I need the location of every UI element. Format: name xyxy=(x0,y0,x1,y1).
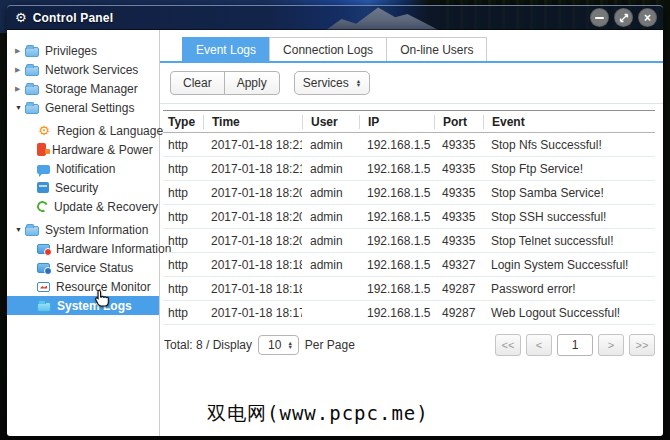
chat-bubble-icon xyxy=(37,165,50,174)
per-page-select[interactable]: 10 ▲▼ xyxy=(258,335,299,355)
log-row[interactable]: http2017-01-18 18:21:10admin192.168.1.54… xyxy=(163,133,655,157)
tab-bar: Event Logs Connection Logs On-line Users xyxy=(160,37,663,63)
sidebar-item-resource-monitor[interactable]: Resource Monitor xyxy=(7,277,159,296)
first-page-button[interactable]: << xyxy=(495,334,521,356)
log-cell: 49335 xyxy=(434,162,483,176)
control-panel-window: ⚙ Control Panel × ▶ Privileges ▶ Network… xyxy=(7,5,663,436)
log-cell: http xyxy=(163,282,203,296)
minimize-button[interactable] xyxy=(590,8,609,27)
log-row[interactable]: http2017-01-18 18:20:54admin192.168.1.54… xyxy=(163,181,655,205)
close-icon: × xyxy=(644,12,651,24)
maximize-button[interactable] xyxy=(614,8,633,27)
log-cell: 49335 xyxy=(434,186,483,200)
close-button[interactable]: × xyxy=(638,8,657,27)
log-cell: 49335 xyxy=(434,138,483,152)
chevron-right-icon[interactable]: ▶ xyxy=(15,47,25,55)
sidebar-item-label: Notification xyxy=(56,162,115,176)
sidebar-item-service-status[interactable]: Service Status xyxy=(7,258,159,277)
monitor-info-icon xyxy=(37,244,50,254)
column-header: IP xyxy=(359,115,434,129)
log-cell: http xyxy=(163,162,203,176)
log-cell: 49287 xyxy=(434,306,483,320)
watermark-text: 双电网(www.pcpc.me) xyxy=(207,401,429,427)
log-cell: 49327 xyxy=(434,258,483,272)
chevron-right-icon[interactable]: ▶ xyxy=(15,85,25,93)
chevron-down-icon[interactable]: ▼ xyxy=(15,226,25,233)
stepper-icon: ▲▼ xyxy=(287,341,292,350)
log-row[interactable]: http2017-01-18 18:18:44admin192.168.1.54… xyxy=(163,253,655,277)
log-row[interactable]: http2017-01-18 18:20:43admin192.168.1.54… xyxy=(163,205,655,229)
tab-event-logs[interactable]: Event Logs xyxy=(182,37,270,61)
last-page-button[interactable]: >> xyxy=(629,334,655,356)
window-titlebar: ⚙ Control Panel × xyxy=(7,5,663,30)
sidebar-item-system-logs[interactable]: System Logs xyxy=(7,296,159,315)
log-cell: 192.168.1.5 xyxy=(359,186,434,200)
log-cell: http xyxy=(163,210,203,224)
log-cell: 49335 xyxy=(434,210,483,224)
log-cell: 2017-01-18 18:20:42 xyxy=(203,234,302,248)
sidebar-item-update-recovery[interactable]: Update & Recovery xyxy=(7,197,159,216)
sidebar-item-region-language[interactable]: ⚙ Region & Language xyxy=(7,121,159,140)
log-cell: 49335 xyxy=(434,234,483,248)
log-table: TypeTimeUserIPPortEvent http2017-01-18 1… xyxy=(163,110,655,325)
sidebar-item-network-services[interactable]: ▶ Network Services xyxy=(7,60,159,79)
sidebar-item-storage-manager[interactable]: ▶ Storage Manager xyxy=(7,79,159,98)
resize-icon xyxy=(619,13,629,23)
log-cell: http xyxy=(163,186,203,200)
total-label: Total: 8 / Display xyxy=(164,338,252,352)
tab-online-users[interactable]: On-line Users xyxy=(386,37,487,61)
gear-icon: ⚙ xyxy=(15,11,27,24)
window-title: Control Panel xyxy=(33,11,114,25)
folder-icon xyxy=(25,85,39,95)
sidebar-item-privileges[interactable]: ▶ Privileges xyxy=(7,41,159,60)
chevron-right-icon[interactable]: ▶ xyxy=(15,66,25,74)
sidebar-item-general-settings[interactable]: ▼ General Settings xyxy=(7,98,159,117)
page-number-input[interactable] xyxy=(557,334,593,356)
log-cell: http xyxy=(163,138,203,152)
log-cell: Stop Ftp Service! xyxy=(483,162,655,176)
gear-icon: ⚙ xyxy=(37,124,51,137)
monitor-user-icon xyxy=(37,263,50,273)
toolbar: Clear Apply Services ▲▼ xyxy=(160,63,663,104)
log-row[interactable]: http2017-01-18 18:18:25192.168.1.549287P… xyxy=(163,277,655,301)
log-cell: 49287 xyxy=(434,282,483,296)
sidebar-item-label: System Information xyxy=(45,223,148,237)
tab-connection-logs[interactable]: Connection Logs xyxy=(269,37,387,61)
clear-button[interactable]: Clear xyxy=(170,71,225,95)
log-cell: Stop SSH successful! xyxy=(483,210,655,224)
sidebar-item-label: Update & Recovery xyxy=(54,200,158,214)
log-cell: admin xyxy=(302,234,359,248)
sidebar-item-hardware-information[interactable]: Hardware Information xyxy=(7,239,159,258)
folder-icon xyxy=(25,226,39,236)
sidebar-item-label: Network Services xyxy=(45,63,138,77)
per-page-value: 10 xyxy=(268,338,281,352)
sidebar-item-label: Privileges xyxy=(45,44,97,58)
log-row[interactable]: http2017-01-18 18:20:42admin192.168.1.54… xyxy=(163,229,655,253)
column-header: Event xyxy=(483,115,655,129)
logs-folder-icon xyxy=(37,302,51,312)
sidebar-item-label: Region & Language xyxy=(57,124,163,138)
log-cell: 2017-01-18 18:17:45 xyxy=(203,306,302,320)
sidebar-item-label: System Logs xyxy=(57,299,132,313)
apply-button[interactable]: Apply xyxy=(224,71,280,95)
sidebar-tree: ▶ Privileges ▶ Network Services ▶ Storag… xyxy=(7,30,160,436)
log-cell: Stop Samba Service! xyxy=(483,186,655,200)
log-cell: 192.168.1.5 xyxy=(359,258,434,272)
table-footer: Total: 8 / Display 10 ▲▼ Per Page << < >… xyxy=(160,325,663,356)
services-select[interactable]: Services ▲▼ xyxy=(294,71,370,95)
sidebar-item-security[interactable]: Security xyxy=(7,178,159,197)
next-page-button[interactable]: > xyxy=(598,334,624,356)
log-cell: admin xyxy=(302,258,359,272)
log-row[interactable]: http2017-01-18 18:17:45192.168.1.549287W… xyxy=(163,301,655,325)
sidebar-item-system-information[interactable]: ▼ System Information xyxy=(7,220,159,239)
main-panel: Event Logs Connection Logs On-line Users… xyxy=(160,30,663,436)
chevron-down-icon[interactable]: ▼ xyxy=(15,104,25,111)
sidebar-item-hardware-power[interactable]: Hardware & Power xyxy=(7,140,159,159)
log-row[interactable]: http2017-01-18 18:21:04admin192.168.1.54… xyxy=(163,157,655,181)
column-header: Type xyxy=(163,115,203,129)
folder-icon xyxy=(25,66,39,76)
sidebar-item-notification[interactable]: Notification xyxy=(7,159,159,178)
log-cell: admin xyxy=(302,186,359,200)
column-header: User xyxy=(302,115,359,129)
prev-page-button[interactable]: < xyxy=(526,334,552,356)
